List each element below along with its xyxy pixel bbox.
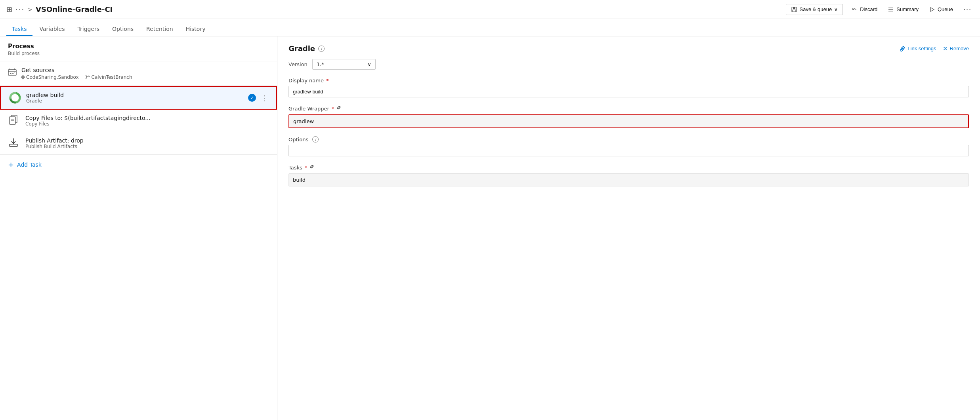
publish-artifact-name: Publish Artifact: drop: [25, 137, 269, 144]
display-name-input[interactable]: [288, 86, 969, 97]
svg-point-15: [88, 76, 89, 77]
summary-label: Summary: [896, 6, 919, 12]
display-name-required: *: [326, 78, 329, 84]
queue-label: Queue: [938, 6, 953, 12]
svg-line-11: [10, 73, 11, 74]
copy-files-icon: [8, 114, 21, 127]
main-layout: Process Build process Get sources: [0, 36, 980, 420]
add-task-label: Add Task: [17, 162, 42, 168]
tasks-label: Tasks *: [288, 164, 969, 171]
svg-rect-24: [10, 144, 17, 146]
page-title: VSOnline-Gradle-CI: [36, 5, 113, 13]
tab-history[interactable]: History: [180, 22, 211, 36]
gradle-title: Gradle: [288, 44, 315, 53]
options-info-icon[interactable]: i: [312, 136, 319, 143]
save-queue-chevron: ∨: [834, 7, 838, 12]
gradle-wrapper-link-icon[interactable]: [336, 105, 342, 112]
gradle-header: Gradle i Link settings ✕ Remove: [288, 44, 969, 53]
tab-retention[interactable]: Retention: [141, 22, 179, 36]
add-task-row[interactable]: + Add Task: [0, 155, 277, 174]
get-sources-meta: CodeSharing.Sandbox CalvinTestBranch: [21, 74, 269, 80]
publish-artifact-text: Publish Artifact: drop Publish Build Art…: [25, 137, 269, 149]
more-options-button[interactable]: ···: [961, 3, 974, 15]
top-bar: ⊞ ··· > VSOnline-Gradle-CI Save & queue …: [0, 0, 980, 19]
tasks-link-icon[interactable]: [309, 164, 315, 171]
link-icon: [899, 46, 905, 52]
svg-marker-6: [930, 8, 934, 11]
version-value: 1.*: [317, 61, 324, 67]
discard-button[interactable]: Discard: [849, 4, 879, 15]
discard-label: Discard: [860, 6, 877, 12]
tab-tasks[interactable]: Tasks: [6, 22, 32, 36]
options-input[interactable]: [288, 145, 969, 156]
version-chevron-icon: ∨: [367, 61, 371, 67]
svg-rect-7: [8, 70, 16, 75]
remove-label: Remove: [950, 46, 969, 51]
get-sources-repo: CodeSharing.Sandbox: [21, 74, 79, 80]
task-context-menu[interactable]: ⋮: [261, 94, 268, 102]
discard-icon: [851, 6, 858, 13]
task-row-copy-files[interactable]: Copy Files to: $(build.artifactstagingdi…: [0, 110, 277, 132]
tab-triggers[interactable]: Triggers: [72, 22, 105, 36]
summary-button[interactable]: Summary: [886, 4, 921, 15]
tab-options[interactable]: Options: [107, 22, 139, 36]
gradle-info-icon[interactable]: i: [318, 46, 325, 52]
top-bar-more-dots[interactable]: ···: [15, 5, 25, 13]
link-settings-button[interactable]: Link settings: [899, 46, 936, 52]
tab-variables[interactable]: Variables: [34, 22, 71, 36]
options-label: Options i: [288, 136, 969, 143]
process-subtitle: Build process: [8, 51, 269, 56]
gradle-wrapper-group: Gradle Wrapper * gradlew: [288, 105, 969, 128]
get-sources-row[interactable]: Get sources CodeSharing.Sandbox: [0, 61, 277, 86]
gradle-wrapper-required: *: [332, 106, 334, 112]
get-sources-icon: [8, 68, 17, 79]
queue-button[interactable]: Queue: [927, 4, 955, 15]
branch-icon: [85, 75, 90, 80]
gradle-wrapper-label: Gradle Wrapper *: [288, 105, 969, 112]
link-settings-label: Link settings: [907, 46, 936, 51]
repo-icon: [21, 75, 25, 79]
remove-x-icon: ✕: [943, 45, 948, 52]
get-sources-text: Get sources CodeSharing.Sandbox: [21, 67, 269, 80]
breadcrumb-chevron: >: [28, 6, 32, 13]
gradle-title-row: Gradle i: [288, 44, 325, 53]
display-name-group: Display name *: [288, 78, 969, 97]
gradle-task-icon: [9, 91, 21, 104]
tasks-group: Tasks * build: [288, 164, 969, 186]
get-sources-name: Get sources: [21, 67, 269, 73]
gradlew-build-name: gradlew build: [26, 92, 243, 98]
left-panel: Process Build process Get sources: [0, 36, 277, 420]
remove-button[interactable]: ✕ Remove: [943, 45, 969, 52]
nav-tabs: Tasks Variables Triggers Options Retenti…: [0, 19, 980, 36]
copy-files-text: Copy Files to: $(build.artifactstagingdi…: [25, 115, 269, 127]
task-enabled-check: [248, 94, 256, 102]
top-bar-actions: Save & queue ∨ Discard Summary Queue ···: [786, 3, 974, 15]
tasks-value: build: [288, 173, 969, 186]
tasks-required: *: [305, 165, 308, 171]
version-label: Version: [288, 61, 308, 67]
gradlew-build-type: Gradle: [26, 98, 243, 104]
task-row-publish-artifact[interactable]: Publish Artifact: drop Publish Build Art…: [0, 132, 277, 155]
svg-rect-2: [793, 10, 796, 12]
publish-artifact-type: Publish Build Artifacts: [25, 144, 269, 149]
save-icon: [791, 6, 797, 13]
copy-files-name: Copy Files to: $(build.artifactstagingdi…: [25, 115, 269, 121]
svg-point-19: [13, 96, 17, 100]
display-name-label: Display name *: [288, 78, 969, 84]
gradle-wrapper-field[interactable]: gradlew: [288, 114, 969, 128]
right-panel: Gradle i Link settings ✕ Remove: [277, 36, 980, 420]
gradle-actions: Link settings ✕ Remove: [899, 45, 969, 52]
task-row-gradlew-build[interactable]: gradlew build Gradle ⋮: [0, 86, 277, 110]
svg-point-14: [86, 78, 87, 79]
summary-icon: [888, 6, 894, 13]
process-title: Process: [8, 43, 269, 50]
add-task-plus-icon: +: [8, 160, 14, 169]
save-queue-button[interactable]: Save & queue ∨: [786, 4, 843, 15]
svg-rect-1: [793, 7, 795, 9]
queue-play-icon: [929, 6, 935, 13]
top-bar-left: ⊞ ··· > VSOnline-Gradle-CI: [6, 5, 786, 13]
publish-artifact-icon: [8, 137, 21, 150]
version-select[interactable]: 1.* ∨: [312, 59, 376, 70]
process-section: Process Build process: [0, 36, 277, 61]
svg-point-13: [86, 75, 87, 76]
